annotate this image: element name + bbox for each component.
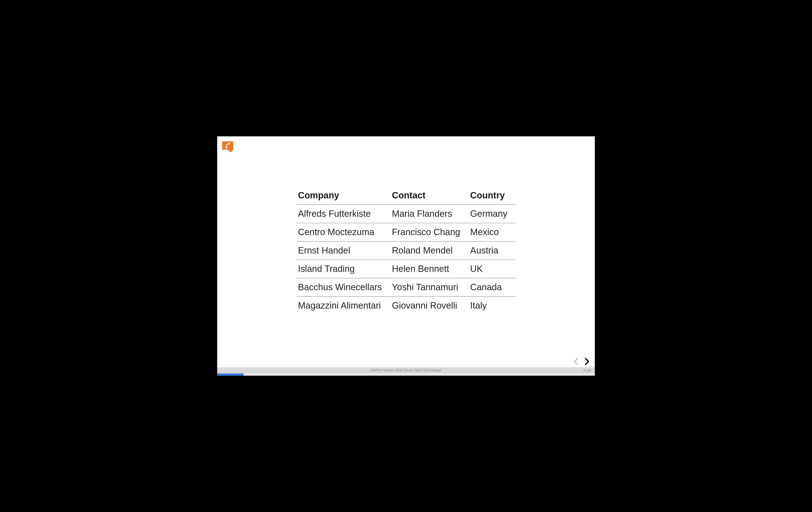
slide-content: Company Contact Country Alfreds Futterki… [217,136,595,376]
table-cell: Austria [469,241,516,260]
gitpitch-logo-icon [222,141,234,153]
progress-fill [217,373,243,376]
nav-controls [572,357,591,367]
chevron-right-icon [583,357,591,367]
table-row: Alfreds FutterkisteMaria FlandersGermany [296,205,516,223]
table-cell: Yoshi Tannamuri [390,278,469,296]
table-cell: Maria Flanders [390,205,469,223]
table-cell: Italy [469,296,516,315]
page-counter: 7 / 13 [583,369,591,372]
table-cell: Francisco Chang [390,223,469,241]
table-row: Bacchus WinecellarsYoshi TannamuriCanada [296,278,516,296]
next-slide-button[interactable] [583,357,591,367]
table-cell: Mexico [469,223,516,241]
progress-track[interactable] [217,373,595,376]
table-cell: Giovanni Rovelli [390,296,469,315]
table-row: Centro MoctezumaFrancisco ChangMexico [296,223,516,241]
footer-caption: GitPitch Modern Slide Decks Table Data W… [371,369,441,372]
table-row: Ernst HandelRoland MendelAustria [296,241,516,260]
data-table: Company Contact Country Alfreds Futterki… [296,186,516,315]
table-cell: Magazzini Alimentari [296,296,390,315]
table-cell: Roland Mendel [390,241,469,260]
slide: Company Contact Country Alfreds Futterki… [217,136,595,376]
table-cell: Island Trading [296,260,390,278]
table-header-row: Company Contact Country [296,186,516,205]
table-row: Magazzini AlimentariGiovanni RovelliItal… [296,296,516,315]
table-row: Island TradingHelen BennettUK [296,260,516,278]
table-cell: Helen Bennett [390,260,469,278]
chevron-left-icon [572,357,580,367]
table-cell: UK [469,260,516,278]
footer-bar: GitPitch Modern Slide Decks Table Data W… [217,367,595,373]
table-cell: Centro Moctezuma [296,223,390,241]
col-header-country: Country [469,186,516,205]
table-cell: Bacchus Winecellars [296,278,390,296]
prev-slide-button[interactable] [572,357,580,367]
col-header-company: Company [296,186,390,205]
table-cell: Ernst Handel [296,241,390,260]
table-cell: Germany [469,205,516,223]
table-cell: Canada [469,278,516,296]
col-header-contact: Contact [390,186,469,205]
table-cell: Alfreds Futterkiste [296,205,390,223]
